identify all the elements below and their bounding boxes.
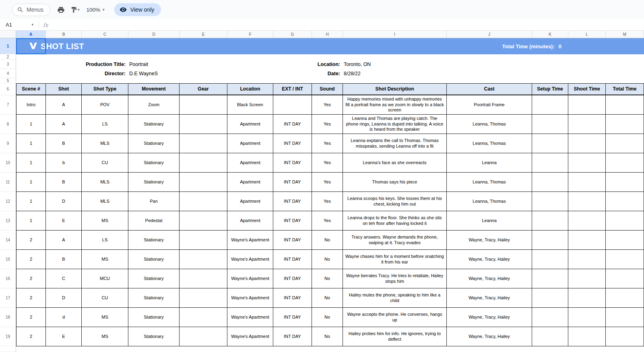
cell-c8[interactable]: LS: [82, 115, 128, 134]
cell-d10[interactable]: Stationary: [128, 153, 180, 173]
cell-m13[interactable]: [606, 211, 644, 231]
cell-k11[interactable]: [532, 173, 568, 192]
row-header-1[interactable]: 1: [0, 38, 16, 54]
cell-h9[interactable]: Yes: [312, 134, 343, 153]
cell-j7[interactable]: Poortrait Frame: [447, 95, 532, 115]
row-header-7[interactable]: 7: [0, 95, 16, 115]
cell-b11[interactable]: B: [46, 173, 82, 192]
row-header-4[interactable]: 4: [0, 69, 16, 78]
cell-g11[interactable]: INT DAY: [273, 173, 312, 192]
cell-i19[interactable]: Hailey probes him for info. He ignores, …: [343, 327, 447, 346]
cell-i10[interactable]: Leanna's face as she overreacts: [343, 153, 447, 173]
cell-b8[interactable]: A: [46, 115, 82, 134]
cell-c7[interactable]: POV: [82, 95, 128, 115]
cell-h17[interactable]: No: [312, 288, 343, 308]
cell-f7[interactable]: Black Screen: [227, 95, 273, 115]
cell-e13[interactable]: [180, 211, 227, 231]
cell-a12[interactable]: 1: [16, 192, 46, 211]
cell-i18[interactable]: Wayne accepts the phone. He converses, h…: [343, 308, 447, 327]
cell-c12[interactable]: MLS: [82, 192, 128, 211]
cell-h13[interactable]: Yes: [312, 211, 343, 231]
row-header-3[interactable]: 3: [0, 60, 16, 69]
cell-m17[interactable]: [606, 288, 644, 308]
cell-f8[interactable]: Apartment: [227, 115, 273, 134]
cell-d17[interactable]: Stationary: [128, 288, 180, 308]
row-header-14[interactable]: 14: [0, 231, 16, 250]
cell-i7[interactable]: Happy memories mixed with unhappy memori…: [343, 95, 447, 115]
cell-h16[interactable]: No: [312, 269, 343, 288]
cell-m16[interactable]: [606, 269, 644, 288]
cell-l16[interactable]: [568, 269, 606, 288]
cell-g18[interactable]: INT DAY: [273, 308, 312, 327]
cell-g7[interactable]: [273, 95, 312, 115]
cell-a8[interactable]: 1: [16, 115, 46, 134]
cell-g8[interactable]: INT DAY: [273, 115, 312, 134]
cell-i8[interactable]: Leanna and Thomas are playing catch. The…: [343, 115, 447, 134]
cell-i13[interactable]: Leanna drops to the floor. She thinks as…: [343, 211, 447, 231]
cell-j12[interactable]: Leanna, Thomas: [447, 192, 532, 211]
cell-l18[interactable]: [568, 308, 606, 327]
row-header-2[interactable]: 2: [0, 54, 16, 60]
row-header-13[interactable]: 13: [0, 211, 16, 231]
cell-d13[interactable]: Pedestal: [128, 211, 180, 231]
row-header-partial[interactable]: [0, 346, 16, 352]
cell-g12[interactable]: INT DAY: [273, 192, 312, 211]
cell-f18[interactable]: Wayne's Apartment: [227, 308, 273, 327]
cell-l17[interactable]: [568, 288, 606, 308]
cell-i11[interactable]: Thomas says his piece: [343, 173, 447, 192]
cell-l15[interactable]: [568, 250, 606, 269]
cell-k10[interactable]: [532, 153, 568, 173]
cell-c16[interactable]: MCU: [82, 269, 128, 288]
cell-reference-box[interactable]: A1 ▾: [0, 19, 37, 30]
cell-h7[interactable]: Yes: [312, 95, 343, 115]
cell-i15[interactable]: Wayne chases him for a moment before sna…: [343, 250, 447, 269]
column-header-b[interactable]: B: [46, 31, 82, 38]
column-header-f[interactable]: F: [227, 31, 273, 38]
cell-e15[interactable]: [180, 250, 227, 269]
cell-d19[interactable]: Stationary: [128, 327, 180, 346]
cell-d12[interactable]: Pan: [128, 192, 180, 211]
cell-f13[interactable]: Apartment: [227, 211, 273, 231]
cell-e9[interactable]: [180, 134, 227, 153]
column-header-i[interactable]: I: [343, 31, 447, 38]
row-header-9[interactable]: 9: [0, 134, 16, 153]
cell-g19[interactable]: INT DAY: [273, 327, 312, 346]
cell-a18[interactable]: 2: [16, 308, 46, 327]
cell-i14[interactable]: Tracy answers. Wayne demands the phone, …: [343, 231, 447, 250]
cell-k9[interactable]: [532, 134, 568, 153]
view-only-button[interactable]: View only: [114, 3, 161, 16]
cell-h18[interactable]: No: [312, 308, 343, 327]
row-header-10[interactable]: 10: [0, 153, 16, 173]
cell-d16[interactable]: Stationary: [128, 269, 180, 288]
cell-h14[interactable]: No: [312, 231, 343, 250]
cell-m14[interactable]: [606, 231, 644, 250]
cell-f11[interactable]: Apartment: [227, 173, 273, 192]
cell-g13[interactable]: INT DAY: [273, 211, 312, 231]
cell-a16[interactable]: 2: [16, 269, 46, 288]
cell-c14[interactable]: LS: [82, 231, 128, 250]
cell-c11[interactable]: MLS: [82, 173, 128, 192]
cell-b12[interactable]: D: [46, 192, 82, 211]
cell-e7[interactable]: [180, 95, 227, 115]
cell-h15[interactable]: No: [312, 250, 343, 269]
cell-a15[interactable]: 2: [16, 250, 46, 269]
cell-b13[interactable]: E: [46, 211, 82, 231]
cell-e11[interactable]: [180, 173, 227, 192]
cell-g9[interactable]: INT DAY: [273, 134, 312, 153]
cell-g10[interactable]: INT DAY: [273, 153, 312, 173]
cell-b14[interactable]: A: [46, 231, 82, 250]
cell-i9[interactable]: Leanna explains the call to Thomas. Thom…: [343, 134, 447, 153]
cell-f12[interactable]: Apartment: [227, 192, 273, 211]
cell-c15[interactable]: MS: [82, 250, 128, 269]
cell-e19[interactable]: [180, 327, 227, 346]
cell-j13[interactable]: Leanna: [447, 211, 532, 231]
cell-g14[interactable]: INT DAY: [273, 231, 312, 250]
cell-e8[interactable]: [180, 115, 227, 134]
cell-l8[interactable]: [568, 115, 606, 134]
cell-e17[interactable]: [180, 288, 227, 308]
cell-g17[interactable]: INT DAY: [273, 288, 312, 308]
row-header-15[interactable]: 15: [0, 250, 16, 269]
cell-l12[interactable]: [568, 192, 606, 211]
print-button[interactable]: [54, 4, 68, 16]
cell-j16[interactable]: Wayne, Tracy, Hailey: [447, 269, 532, 288]
